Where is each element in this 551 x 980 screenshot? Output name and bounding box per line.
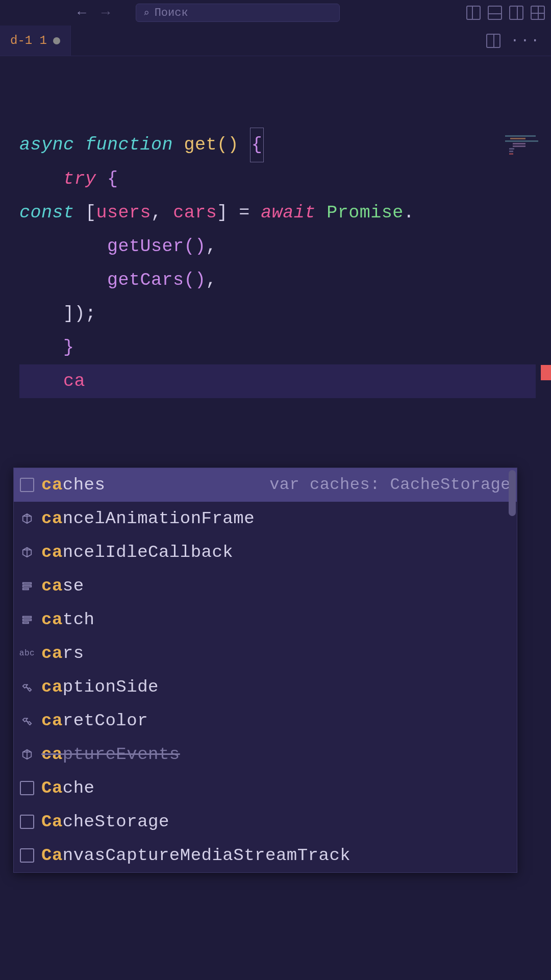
autocomplete-item[interactable]: captureEvents [14,738,517,771]
svg-rect-2 [23,589,29,590]
autocomplete-item[interactable]: cachesvar caches: CacheStorage [14,468,517,502]
nav-arrows: ← → [78,5,110,21]
namespace-icon [20,848,34,863]
autocomplete-item[interactable]: cancelIdleCallback [14,535,517,569]
autocomplete-item[interactable]: captionSide [14,670,517,704]
code-line: const [users, cars] = await Promise. [19,196,551,230]
autocomplete-item[interactable]: case [14,569,517,603]
code-line: getCars(), [19,263,551,297]
namespace-icon [20,815,34,829]
namespace-icon [20,781,34,795]
svg-rect-4 [23,619,32,621]
split-editor-icon[interactable] [486,34,500,48]
svg-rect-1 [23,585,32,587]
autocomplete-scrollbar[interactable] [509,470,516,516]
autocomplete-item[interactable]: abccars [14,636,517,670]
autocomplete-label: catch [41,603,95,636]
dirty-indicator-icon [53,37,60,44]
nav-forward-icon[interactable]: → [102,5,110,21]
autocomplete-label: cancelAnimationFrame [41,502,255,535]
keyword-icon [20,579,34,593]
autocomplete-label: cancelIdleCallback [41,535,233,569]
nav-back-icon[interactable]: ← [78,5,86,21]
autocomplete-label: Cache [41,771,95,805]
autocomplete-item[interactable]: cancelAnimationFrame [14,502,517,535]
search-icon: ⌕ [143,7,149,19]
autocomplete-label: case [41,569,84,603]
cube-icon [20,511,34,526]
code-line-error: ca [19,364,536,398]
cube-icon [20,545,34,559]
tab-active[interactable]: d-1 1 [0,26,71,56]
titlebar: ← → ⌕ Поиск [0,0,551,26]
code-line: ]); [19,297,551,331]
tab-filename: d-1 1 [10,34,47,47]
autocomplete-item[interactable]: CanvasCaptureMediaStreamTrack [14,839,517,872]
autocomplete-item[interactable]: catch [14,603,517,636]
autocomplete-item[interactable]: Cache [14,771,517,805]
cube-icon [20,747,34,762]
autocomplete-label: captureEvents [41,738,180,771]
minimap[interactable] [505,135,541,161]
error-marker-icon[interactable] [541,365,551,380]
svg-rect-0 [23,583,32,584]
autocomplete-item[interactable]: caretColor [14,704,517,738]
toggle-sidebar-left-icon[interactable] [466,6,481,20]
code-editor[interactable]: async function get() { try { const [user… [0,56,551,398]
autocomplete-item[interactable]: CacheStorage [14,805,517,839]
autocomplete-label: cars [41,636,84,670]
customize-layout-icon[interactable] [531,6,545,20]
autocomplete-detail: var caches: CacheStorage [269,468,511,502]
tabbar: d-1 1 ··· [0,26,551,56]
toggle-sidebar-right-icon[interactable] [509,6,523,20]
wrench-icon [20,680,34,694]
code-line: try { [19,162,551,196]
code-line: getUser(), [19,230,551,263]
autocomplete-label: CacheStorage [41,805,169,839]
more-actions-icon[interactable]: ··· [511,33,541,48]
svg-rect-3 [23,617,32,618]
keyword-icon [20,612,34,627]
code-line: } [19,331,551,364]
search-placeholder: Поиск [155,7,188,19]
tab-actions: ··· [486,33,551,48]
autocomplete-label: caches [41,468,105,502]
toggle-panel-bottom-icon[interactable] [488,6,502,20]
autocomplete-label: caretColor [41,704,148,738]
autocomplete-popup: cachesvar caches: CacheStoragecancelAnim… [13,468,517,873]
layout-controls [466,6,545,20]
svg-rect-5 [23,622,29,624]
search-box[interactable]: ⌕ Поиск [136,4,340,22]
code-line: async function get() { [19,128,551,162]
wrench-icon [20,714,34,728]
abc-icon: abc [20,646,34,660]
autocomplete-label: CanvasCaptureMediaStreamTrack [41,839,350,872]
namespace-icon [20,478,34,492]
autocomplete-label: captionSide [41,670,159,704]
